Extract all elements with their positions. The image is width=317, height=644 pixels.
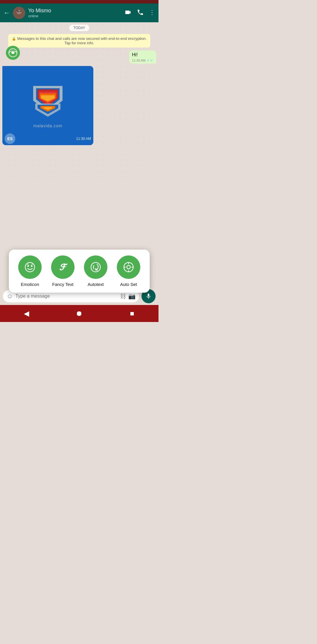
emoticon-label: Emoticon bbox=[21, 282, 39, 287]
floating-action-button[interactable] bbox=[6, 46, 20, 60]
sticker-image: malavida.com ES 11:30 AM bbox=[2, 66, 93, 145]
message-text: Hi! bbox=[132, 52, 138, 57]
svg-point-5 bbox=[19, 11, 21, 12]
svg-point-10 bbox=[14, 52, 15, 53]
popup-item-fancy-text[interactable]: ℱ Fancy Text bbox=[51, 255, 75, 287]
svg-point-6 bbox=[18, 13, 20, 14]
popup-overlay: Emoticon ℱ Fancy Text Autotext bbox=[0, 250, 158, 293]
malavida-logo bbox=[29, 83, 67, 121]
logo-container: malavida.com bbox=[23, 77, 73, 134]
svg-line-27 bbox=[32, 264, 32, 265]
svg-point-31 bbox=[127, 265, 130, 269]
status-bar bbox=[0, 0, 158, 4]
svg-point-3 bbox=[20, 10, 22, 12]
attach-icon[interactable]: ⛓ bbox=[120, 293, 126, 300]
autotext-icon-button[interactable] bbox=[84, 255, 107, 279]
chat-header: ← Yo Mismo online ⋮ bbox=[0, 4, 158, 22]
camera-icon[interactable]: 📷 bbox=[128, 293, 136, 300]
svg-point-9 bbox=[11, 52, 12, 53]
auto-set-label: Auto Set bbox=[120, 282, 137, 287]
message-bubble-out[interactable]: Hi! 11:30 AM ✓✓ bbox=[129, 50, 156, 64]
contact-name: Yo Mismo bbox=[28, 8, 122, 14]
header-actions: ⋮ bbox=[124, 9, 155, 17]
nav-back-button[interactable]: ◀ bbox=[19, 306, 33, 321]
outgoing-message-1: Hi! 11:30 AM ✓✓ bbox=[2, 50, 156, 64]
contact-info[interactable]: Yo Mismo online bbox=[28, 8, 122, 18]
contact-avatar[interactable] bbox=[13, 7, 25, 19]
phone-call-button[interactable] bbox=[137, 9, 144, 17]
fancy-text-label: Fancy Text bbox=[52, 282, 73, 287]
popup-item-emoticon[interactable]: Emoticon bbox=[18, 255, 42, 287]
svg-point-21 bbox=[25, 262, 35, 272]
shortcut-popup: Emoticon ℱ Fancy Text Autotext bbox=[9, 250, 150, 293]
message-time: 11:30 AM bbox=[132, 59, 146, 62]
incoming-sticker-message: malavida.com ES 11:30 AM ↩ bbox=[2, 66, 156, 145]
navigation-bar: ◀ ⏺ ■ bbox=[0, 305, 158, 322]
read-receipt-icon: ✓✓ bbox=[147, 58, 153, 62]
popup-item-auto-set[interactable]: Auto Set bbox=[117, 255, 140, 287]
svg-text:ℱ: ℱ bbox=[59, 263, 68, 272]
video-call-button[interactable] bbox=[124, 9, 131, 17]
sticker-footer: ES 11:30 AM bbox=[2, 132, 93, 145]
auto-set-icon-button[interactable] bbox=[117, 255, 140, 279]
lock-icon: 🔒 bbox=[12, 37, 17, 41]
nav-recents-button[interactable]: ■ bbox=[125, 306, 139, 321]
sticker-time: 11:30 AM bbox=[76, 137, 91, 141]
encryption-notice[interactable]: 🔒 Messages to this chat and calls are no… bbox=[8, 34, 150, 48]
date-badge: TODAY bbox=[2, 25, 156, 31]
chat-area: TODAY 🔒 Messages to this chat and calls … bbox=[0, 22, 158, 181]
emoticon-icon-button[interactable] bbox=[18, 255, 42, 279]
svg-point-4 bbox=[18, 11, 19, 12]
nav-home-button[interactable]: ⏺ bbox=[72, 306, 86, 321]
sticker-bubble[interactable]: malavida.com ES 11:30 AM bbox=[2, 66, 93, 145]
message-meta: 11:30 AM ✓✓ bbox=[132, 58, 153, 62]
svg-point-23 bbox=[31, 265, 33, 267]
encryption-text: Messages to this chat and calls are now … bbox=[17, 36, 147, 45]
emoji-picker-icon[interactable]: ☺ bbox=[6, 292, 13, 300]
autotext-label: Autotext bbox=[87, 282, 104, 287]
contact-status: online bbox=[28, 14, 122, 18]
fancy-text-icon-button[interactable]: ℱ bbox=[51, 255, 75, 279]
message-input[interactable] bbox=[15, 294, 118, 299]
svg-line-25 bbox=[28, 264, 28, 265]
svg-point-22 bbox=[28, 265, 29, 267]
back-button[interactable]: ← bbox=[4, 9, 10, 17]
logo-website-text: malavida.com bbox=[33, 123, 62, 128]
more-options-button[interactable]: ⋮ bbox=[149, 9, 155, 17]
popup-item-autotext[interactable]: Autotext bbox=[84, 255, 107, 287]
language-badge: ES bbox=[5, 133, 15, 144]
